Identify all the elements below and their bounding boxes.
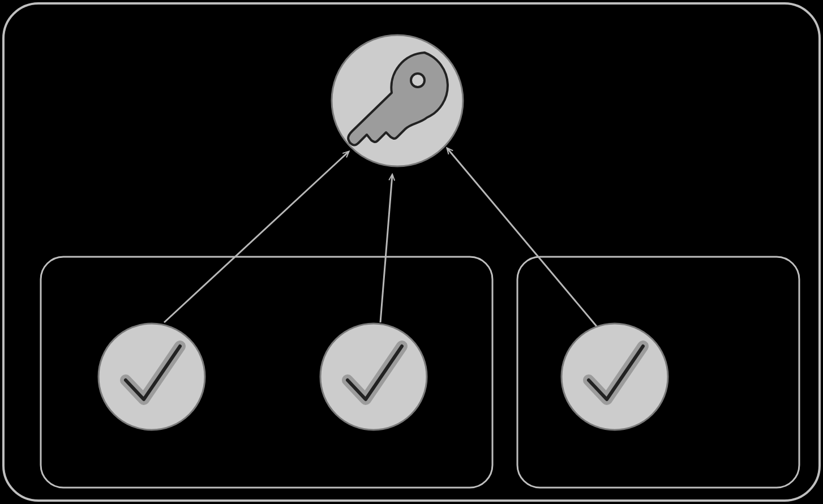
- svg-point-3: [561, 324, 668, 430]
- check-node-2: [320, 324, 427, 430]
- check-node-1: [98, 324, 205, 430]
- svg-point-2: [320, 324, 427, 430]
- svg-point-0: [411, 74, 425, 87]
- svg-point-1: [98, 324, 205, 430]
- check-node-3: [561, 324, 668, 430]
- diagram-canvas: [0, 0, 823, 504]
